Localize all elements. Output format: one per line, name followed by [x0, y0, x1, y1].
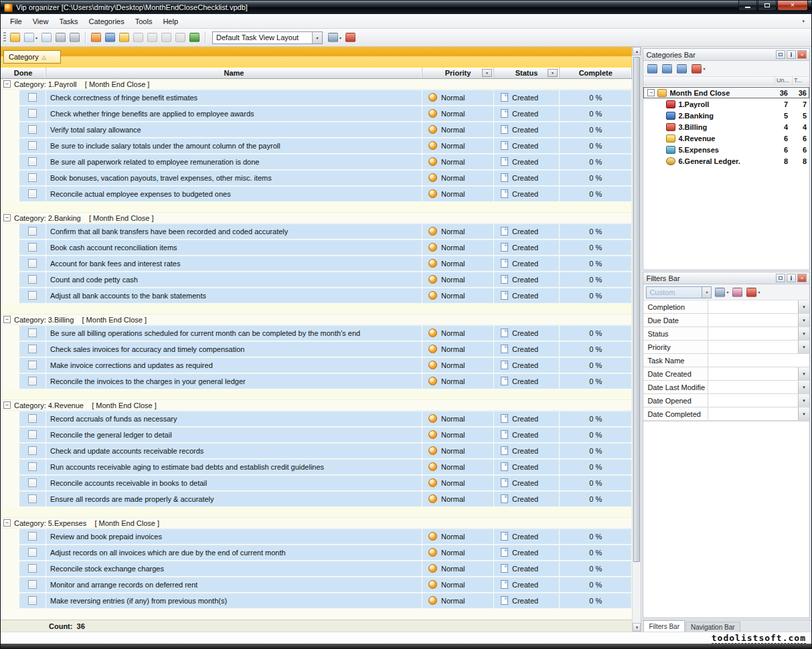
- filter-value-field[interactable]: ▼: [708, 300, 809, 313]
- task-done-checkbox[interactable]: [28, 478, 37, 487]
- task-done-checkbox[interactable]: [28, 189, 37, 198]
- task-row[interactable]: Make reversing entries (if any) from pre…: [1, 593, 632, 609]
- filter-preset-combo[interactable]: Custom ▾: [646, 286, 712, 298]
- column-header-priority[interactable]: Priority ▼: [422, 68, 494, 78]
- task-done-checkbox[interactable]: [28, 243, 37, 252]
- combo-dropdown-icon[interactable]: ▾: [312, 32, 322, 43]
- task-row[interactable]: Make invoice corrections and updates as …: [1, 357, 632, 373]
- new-database-button[interactable]: [9, 31, 21, 43]
- task-row[interactable]: Be sure all billing operations scheduled…: [1, 325, 632, 341]
- category-item-3-billing[interactable]: 3.Billing44: [643, 121, 809, 132]
- dropdown-arrow-icon[interactable]: ▾: [758, 290, 760, 294]
- collapse-tree-icon[interactable]: −: [647, 89, 655, 96]
- uncompleted-column-header[interactable]: Un...: [775, 77, 792, 85]
- paste-button[interactable]: [174, 31, 187, 43]
- task-row[interactable]: Adjust all bank accounts to the bank sta…: [1, 288, 632, 304]
- customize-filter-button[interactable]: ▾: [714, 286, 730, 298]
- filter-dropdown-button[interactable]: ▼: [798, 381, 809, 393]
- task-done-checkbox[interactable]: [28, 462, 37, 471]
- filter-value-field[interactable]: ▼: [708, 327, 809, 340]
- menu-item-categories[interactable]: Categories: [84, 15, 130, 27]
- panel-maximize-button[interactable]: [776, 50, 785, 59]
- filter-dropdown-button[interactable]: ▼: [798, 314, 809, 327]
- collapse-group-icon[interactable]: −: [3, 214, 11, 221]
- tab-filters-bar[interactable]: Filters Bar: [643, 620, 685, 632]
- collapse-group-icon[interactable]: −: [3, 519, 11, 527]
- filter-value-field[interactable]: ▼: [708, 314, 809, 327]
- filter-value-field[interactable]: ▼: [708, 341, 809, 353]
- task-row[interactable]: Be sure to include salary totals under t…: [1, 138, 632, 154]
- task-done-checkbox[interactable]: [28, 548, 37, 557]
- layout-combo[interactable]: Default Task View Layout ▾: [212, 31, 323, 44]
- task-row[interactable]: Confirm that all bank transfers have bee…: [1, 223, 632, 240]
- toolbar-drag-handle-icon[interactable]: [3, 32, 6, 43]
- edit-category-button[interactable]: [675, 63, 688, 75]
- complete-task-button[interactable]: [104, 31, 116, 43]
- filter-dropdown-button[interactable]: ▼: [798, 327, 809, 340]
- task-done-checkbox[interactable]: [28, 173, 37, 182]
- filter-value-field[interactable]: ▼: [708, 394, 809, 407]
- task-row[interactable]: Reconcile stock exchange chargesNormalCr…: [1, 561, 632, 577]
- move-up-button[interactable]: [132, 31, 145, 43]
- dropdown-arrow-icon[interactable]: ▾: [35, 35, 37, 40]
- column-header-done[interactable]: Done: [1, 68, 46, 78]
- collapse-group-icon[interactable]: −: [3, 80, 11, 88]
- dropdown-arrow-icon[interactable]: ▾: [339, 35, 341, 40]
- total-column-header[interactable]: T...: [792, 77, 809, 85]
- task-row[interactable]: Ensure all records are made properly & a…: [1, 491, 632, 507]
- print-preview-button[interactable]: [68, 31, 81, 43]
- menu-item-tools[interactable]: Tools: [130, 15, 158, 27]
- scrollbar-thumb[interactable]: [633, 57, 640, 562]
- category-item-4-revenue[interactable]: 4.Revenue66: [643, 132, 809, 144]
- task-row[interactable]: Adjust records on all invoices which are…: [1, 545, 632, 561]
- new-subcategory-button[interactable]: [661, 63, 673, 75]
- task-done-checkbox[interactable]: [28, 377, 37, 385]
- task-done-checkbox[interactable]: [28, 361, 37, 369]
- task-done-checkbox[interactable]: [28, 157, 37, 166]
- group-header-row[interactable]: −Category: 3.Billing [ Month End Close ]: [1, 314, 632, 325]
- task-row[interactable]: Count and code petty cashNormalCreated0 …: [1, 272, 632, 288]
- task-row[interactable]: Be sure all paperwork related to employe…: [1, 154, 632, 170]
- task-row[interactable]: Reconcile the general ledger to detailNo…: [1, 427, 632, 443]
- task-row[interactable]: Verify total salary allowanceNormalCreat…: [1, 122, 632, 138]
- panel-close-button[interactable]: ×: [797, 50, 807, 59]
- dropdown-arrow-icon[interactable]: ▾: [726, 290, 728, 294]
- grid-vertical-scrollbar[interactable]: ▲ ▼: [632, 47, 641, 632]
- new-item-button[interactable]: ▾: [23, 31, 39, 43]
- move-down-button[interactable]: [146, 31, 159, 43]
- task-row[interactable]: Review and book prepaid invoicesNormalCr…: [1, 529, 632, 545]
- panel-close-button[interactable]: ×: [797, 274, 807, 282]
- task-done-checkbox[interactable]: [28, 430, 37, 439]
- new-category-button[interactable]: [646, 63, 659, 75]
- group-by-category-chip[interactable]: Category △: [3, 50, 61, 64]
- panel-pin-button[interactable]: [787, 274, 796, 282]
- task-row[interactable]: Reconcile accounts receivable in books t…: [1, 475, 632, 491]
- save-button[interactable]: [40, 31, 53, 43]
- scroll-down-icon[interactable]: ▼: [633, 623, 641, 632]
- go-button[interactable]: [188, 31, 201, 43]
- task-row[interactable]: Account for bank fees and interest rates…: [1, 256, 632, 272]
- maximize-button[interactable]: [758, 1, 777, 11]
- panel-maximize-button[interactable]: [776, 274, 785, 282]
- clear-filter-button[interactable]: [731, 286, 744, 298]
- task-row[interactable]: Reconcile actual employee expenses to bu…: [1, 186, 632, 202]
- task-row[interactable]: Check sales invoices for accuracy and ti…: [1, 341, 632, 357]
- category-item-month-end-close[interactable]: −Month End Close3636: [643, 87, 809, 98]
- panel-pin-button[interactable]: [787, 50, 796, 59]
- customize-view-button[interactable]: ▾: [327, 31, 343, 43]
- task-row[interactable]: Monitor and arrange records on deferred …: [1, 577, 632, 593]
- filter-dropdown-button[interactable]: ▼: [798, 341, 809, 353]
- task-done-checkbox[interactable]: [28, 414, 37, 423]
- task-done-checkbox[interactable]: [28, 275, 37, 284]
- task-done-checkbox[interactable]: [28, 596, 37, 605]
- tab-navigation-bar[interactable]: Navigation Bar: [685, 622, 740, 632]
- category-item-6-general-ledger[interactable]: 6.General Ledger.88: [643, 155, 809, 167]
- filter-dropdown-button[interactable]: ▼: [798, 300, 809, 313]
- collapse-group-icon[interactable]: −: [3, 316, 11, 323]
- task-row[interactable]: Record accruals of funds as necessaryNor…: [1, 411, 632, 427]
- menu-overflow-icon[interactable]: ▾: [802, 19, 807, 24]
- task-row[interactable]: Check correctness of fringe benefit esti…: [1, 90, 632, 106]
- delete-view-button[interactable]: [344, 31, 357, 43]
- task-done-checkbox[interactable]: [28, 345, 37, 353]
- task-done-checkbox[interactable]: [28, 109, 37, 118]
